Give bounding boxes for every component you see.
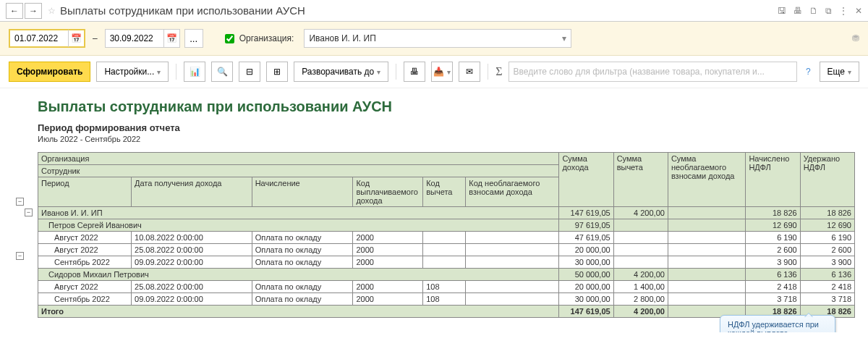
period-picker-button[interactable]: ... [184, 29, 203, 48]
date-from-input[interactable]: 📅 [9, 29, 85, 48]
more-button[interactable]: Еще [820, 62, 859, 82]
report-title: Выплаты сотрудникам при использовании АУ… [38, 98, 855, 115]
table-row: Август 2022 25.08.2022 0:00:00 Оплата по… [38, 281, 855, 293]
date-range-dash: – [93, 33, 98, 43]
hdr-date-income: Дата получения дохода [132, 177, 252, 207]
date-to-input[interactable]: 📅 [105, 29, 180, 48]
hdr-ndfl-acc: Начислено НДФЛ [746, 153, 800, 207]
tree-toggle-emp2[interactable]: − [16, 252, 24, 260]
org-select[interactable]: Иванов И. И. ИП ▾ [304, 29, 571, 48]
hdr-sum-income: Сумма дохода [559, 153, 613, 207]
filter-search[interactable] [509, 62, 797, 82]
search-button[interactable]: 🔍 [211, 62, 233, 82]
save-icon[interactable]: 🖫 [778, 6, 786, 16]
hdr-accrual: Начисление [252, 177, 353, 207]
chart-view-button[interactable]: 📊 [184, 62, 205, 82]
toolbar: Сформировать Настройки... 📊 🔍 ⊟ ⊞ Развор… [0, 56, 868, 88]
filter-funnel-icon[interactable]: ⛃ [852, 33, 859, 43]
calendar-icon[interactable]: 📅 [163, 30, 179, 47]
hdr-sum-nontax: Сумма необлагаемого взносами дохода [668, 153, 746, 207]
date-from-field[interactable] [10, 30, 68, 46]
hdr-code-nontax: Код необлагаемого взносами дохода [466, 177, 559, 207]
table-row: Сентябрь 2022 09.09.2022 0:00:00 Оплата … [38, 293, 855, 306]
filter-bar: 📅 – 📅 ... Организация: Иванов И. И. ИП ▾… [0, 22, 868, 56]
hdr-code-ded: Код вычета [423, 177, 466, 207]
org-filter-checkbox[interactable] [225, 34, 234, 43]
help-icon[interactable]: ? [803, 67, 814, 77]
title-bar: ← → ☆ Выплаты сотрудникам при использова… [0, 0, 868, 22]
link-icon[interactable]: ⧉ [825, 6, 832, 16]
expand-to-button[interactable]: Разворачивать до [294, 62, 388, 82]
nav-forward-button[interactable]: → [25, 3, 42, 19]
row-emp1: Петров Сергей Иванович 97 619,05 12 690 … [38, 219, 855, 232]
generate-button[interactable]: Сформировать [9, 62, 90, 82]
hdr-emp: Сотрудник [38, 165, 559, 177]
report-area: Выплаты сотрудникам при использовании АУ… [0, 88, 868, 332]
tree-toggle-org[interactable]: − [16, 198, 24, 206]
favorite-star-icon[interactable]: ☆ [48, 6, 56, 16]
table-row: Август 2022 25.08.2022 0:00:00 Оплата по… [38, 244, 855, 256]
callout-tooltip: НДФЛ удерживается при каждой выплате [720, 315, 835, 332]
preview-icon[interactable]: 🗋 [809, 6, 818, 16]
table-row: Сентябрь 2022 09.09.2022 0:00:00 Оплата … [38, 256, 855, 269]
org-filter-label: Организация: [239, 33, 294, 43]
expand-button[interactable]: ⊞ [266, 62, 288, 82]
report-subtitle: Период формирования отчета [38, 122, 855, 133]
hdr-ndfl-with: Удержано НДФЛ [800, 153, 854, 207]
tree-toggle-emp1[interactable]: − [25, 209, 33, 216]
print-button[interactable]: 🖶 [404, 62, 425, 82]
hdr-period: Период [38, 177, 132, 207]
email-button[interactable]: ✉ [459, 62, 480, 82]
more-icon[interactable]: ⋮ [839, 6, 848, 16]
close-icon[interactable]: ✕ [855, 6, 862, 16]
dropdown-icon[interactable]: ▾ [562, 33, 566, 43]
nav-back-button[interactable]: ← [6, 3, 23, 19]
settings-button[interactable]: Настройки... [96, 62, 169, 82]
report-table: Организация Сумма дохода Сумма вычета Су… [38, 152, 855, 318]
sum-icon[interactable]: Σ [495, 65, 502, 78]
print-icon[interactable]: 🖶 [793, 6, 802, 16]
org-select-value: Иванов И. И. ИП [309, 33, 375, 43]
date-to-field[interactable] [106, 30, 163, 46]
hdr-sum-ded: Сумма вычета [613, 153, 668, 207]
calendar-icon[interactable]: 📅 [68, 30, 84, 47]
save-as-button[interactable]: 📥 [431, 62, 453, 82]
row-emp2: Сидоров Михаил Петрович 50 000,00 4 200,… [38, 269, 855, 281]
collapse-button[interactable]: ⊟ [239, 62, 260, 82]
hdr-org: Организация [38, 153, 559, 165]
filter-search-input[interactable] [509, 64, 796, 80]
row-org: Иванов И. И. ИП 147 619,05 4 200,00 18 8… [38, 207, 855, 219]
table-row: Август 2022 10.08.2022 0:00:00 Оплата по… [38, 232, 855, 244]
page-title: Выплаты сотрудникам при использовании АУ… [60, 4, 305, 17]
hdr-code-paid: Код выплачиваемого дохода [353, 177, 423, 207]
report-period: Июль 2022 - Сентябрь 2022 [38, 135, 855, 143]
